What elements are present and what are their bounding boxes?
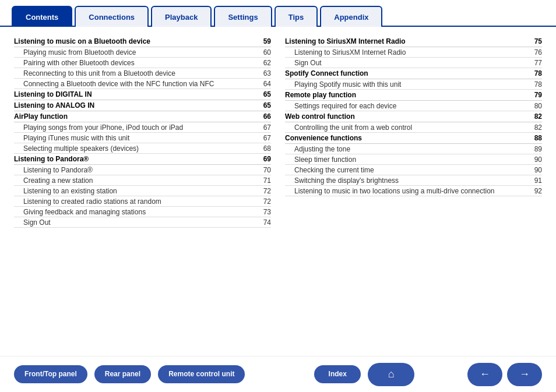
toc-item[interactable]: Playing iTunes music with this unit67: [14, 133, 271, 143]
index-button[interactable]: Index: [314, 365, 361, 384]
toc-section-header: Listening to Pandora®69: [14, 154, 271, 165]
toc-item[interactable]: Playing Spotify music with this unit78: [285, 79, 542, 90]
toc-page-number: 65: [257, 101, 271, 110]
toc-section-header: Listening to DIGITAL IN65: [14, 89, 271, 100]
toc-page-number: 69: [257, 155, 271, 163]
toc-label: Listening to music in two locations usin…: [294, 187, 528, 195]
toc-label: Selecting multiple speakers (devices): [23, 144, 257, 153]
toc-page-number: 76: [528, 48, 542, 56]
toc-item[interactable]: Sleep timer function90: [285, 154, 542, 165]
toc-page-number: 71: [257, 176, 271, 185]
rear-panel-button[interactable]: Rear panel: [94, 365, 151, 384]
toc-section-header: Spotify Connect function78: [285, 68, 542, 79]
toc-label: Pairing with other Bluetooth devices: [23, 59, 257, 67]
toc-label: Remote play function: [285, 91, 528, 99]
home-button[interactable]: ⌂: [368, 363, 414, 386]
toc-label: Settings required for each device: [294, 102, 528, 110]
toc-section-header: Listening to music on a Bluetooth device…: [14, 36, 271, 47]
tab-tips[interactable]: Tips: [275, 6, 318, 27]
toc-item[interactable]: Giving feedback and managing stations73: [14, 207, 271, 217]
toc-section-header: Remote play function79: [285, 90, 542, 101]
toc-item[interactable]: Listening to SiriusXM Internet Radio76: [285, 47, 542, 58]
toc-page-number: 63: [257, 69, 271, 77]
toc-label: Playing iTunes music with this unit: [23, 134, 257, 142]
toc-label: Listening to Pandora®: [14, 155, 257, 163]
toc-label: Listening to music on a Bluetooth device: [14, 37, 257, 45]
tab-connections[interactable]: Connections: [75, 6, 149, 27]
toc-label: Listening to created radio stations at r…: [23, 197, 257, 206]
toc-page-number: 77: [528, 59, 542, 67]
toc-item[interactable]: Sign Out74: [14, 217, 271, 228]
toc-label: Sign Out: [294, 59, 528, 67]
toc-page-number: 88: [528, 134, 542, 142]
toc-page-number: 80: [528, 102, 542, 110]
tab-settings[interactable]: Settings: [214, 6, 272, 27]
toc-page-number: 65: [257, 90, 271, 98]
toc-label: Listening to Pandora®: [23, 166, 257, 174]
forward-button[interactable]: →: [507, 363, 542, 386]
toc-page-number: 67: [257, 123, 271, 132]
back-button[interactable]: ←: [467, 363, 502, 386]
toc-item[interactable]: Checking the current time90: [285, 165, 542, 175]
toc-label: Checking the current time: [294, 166, 528, 174]
front-top-panel-button[interactable]: Front/Top panel: [14, 365, 87, 384]
toc-label: Connecting a Bluetooth device with the N…: [23, 80, 257, 88]
toc-section-header: Web control function82: [285, 111, 542, 122]
toc-item[interactable]: Listening to created radio stations at r…: [14, 196, 271, 207]
tab-appendix[interactable]: Appendix: [320, 6, 382, 27]
toc-label: Sign Out: [23, 218, 257, 227]
toc-page-number: 66: [257, 112, 271, 121]
tab-playback[interactable]: Playback: [151, 6, 212, 27]
toc-item[interactable]: Switching the display's brightness91: [285, 175, 542, 186]
toc-label: Giving feedback and managing stations: [23, 208, 257, 216]
toc-item[interactable]: Playing music from Bluetooth device60: [14, 47, 271, 58]
toc-page-number: 62: [257, 59, 271, 67]
toc-item[interactable]: Connecting a Bluetooth device with the N…: [14, 79, 271, 89]
toc-item[interactable]: Adjusting the tone89: [285, 144, 542, 154]
toc-item[interactable]: Reconnecting to this unit from a Bluetoo…: [14, 68, 271, 79]
toc-page-number: 73: [257, 208, 271, 216]
toc-item[interactable]: Settings required for each device80: [285, 101, 542, 111]
toc-page-number: 59: [257, 37, 271, 45]
toc-item[interactable]: Listening to music in two locations usin…: [285, 186, 542, 196]
toc-item[interactable]: Controlling the unit from a web control8…: [285, 122, 542, 133]
toc-section-header: Convenience functions88: [285, 133, 542, 144]
toc-item[interactable]: Listening to an existing station72: [14, 186, 271, 196]
toc-item[interactable]: Playing songs from your iPhone, iPod tou…: [14, 122, 271, 133]
toc-item[interactable]: Listening to Pandora®70: [14, 165, 271, 175]
toc-item[interactable]: Sign Out77: [285, 58, 542, 68]
toc-label: Listening to SiriusXM Internet Radio: [285, 37, 528, 45]
remote-control-unit-button[interactable]: Remote control unit: [158, 365, 245, 384]
toc-page-number: 64: [257, 80, 271, 88]
toc-page-number: 89: [528, 145, 542, 153]
home-icon: ⌂: [388, 368, 395, 381]
bottom-nav-right: ← →: [467, 363, 542, 386]
toc-item[interactable]: Creating a new station71: [14, 175, 271, 186]
toc-page-number: 75: [528, 37, 542, 45]
toc-label: Reconnecting to this unit from a Bluetoo…: [23, 69, 257, 77]
tab-navigation: ContentsConnectionsPlaybackSettingsTipsA…: [0, 0, 556, 27]
toc-label: Listening to an existing station: [23, 187, 257, 195]
toc-page-number: 70: [257, 166, 271, 174]
toc-label: Convenience functions: [285, 134, 528, 142]
toc-item[interactable]: Pairing with other Bluetooth devices62: [14, 58, 271, 68]
toc-page-number: 82: [528, 123, 542, 132]
bottom-navigation: Front/Top panel Rear panel Remote contro…: [0, 356, 556, 392]
toc-item[interactable]: Selecting multiple speakers (devices)68: [14, 143, 271, 154]
toc-page-number: 60: [257, 48, 271, 56]
toc-page-number: 79: [528, 91, 542, 99]
toc-label: Web control function: [285, 112, 528, 121]
toc-label: Listening to ANALOG IN: [14, 101, 257, 110]
tab-contents[interactable]: Contents: [12, 6, 72, 27]
toc-label: Playing songs from your iPhone, iPod tou…: [23, 123, 257, 132]
toc-page-number: 90: [528, 166, 542, 174]
toc-page-number: 72: [257, 187, 271, 195]
toc-page-number: 82: [528, 112, 542, 121]
left-column: Listening to music on a Bluetooth device…: [14, 36, 271, 228]
toc-label: Sleep timer function: [294, 156, 528, 164]
toc-page-number: 78: [528, 69, 542, 77]
main-content: Listening to music on a Bluetooth device…: [0, 27, 556, 234]
toc-section-header: AirPlay function66: [14, 111, 271, 122]
toc-label: Listening to SiriusXM Internet Radio: [294, 48, 528, 56]
toc-page-number: 78: [528, 80, 542, 89]
